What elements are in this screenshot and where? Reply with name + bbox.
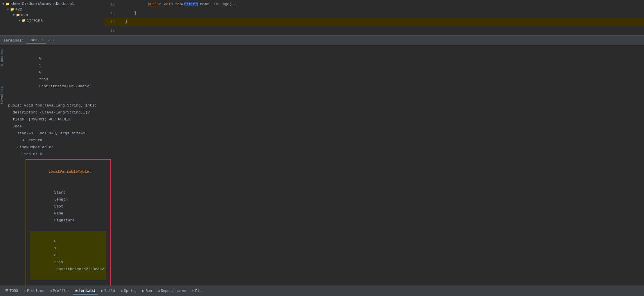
- fn-foo: [173, 2, 175, 6]
- term-descriptor: descriptor: (Ljava/lang/String;I)V: [8, 109, 636, 116]
- terminal-header: Terminal: Local × + ▾: [0, 35, 644, 45]
- run-icon: ▶: [142, 289, 144, 293]
- tree-item-com[interactable]: ▼ 📁 com: [0, 12, 105, 18]
- tree-arrow-itheima: ▼: [19, 19, 21, 22]
- line-num-12: 12: [105, 2, 118, 7]
- terminal-plus-button[interactable]: +: [48, 38, 51, 43]
- folder-icon-show: 📁: [6, 2, 10, 6]
- tree-arrow-a22: ▼: [7, 8, 9, 11]
- bottom-tab-terminal[interactable]: ▣ Terminal: [73, 287, 98, 295]
- problems-label: Problems: [27, 289, 44, 293]
- lvt-header-text: LocalVariableTable: [48, 169, 89, 174]
- terminal-tab-local[interactable]: Local ×: [26, 37, 46, 44]
- tree-item-a22[interactable]: ▼ 📁 a22: [0, 7, 105, 12]
- term-line-number-table: LineNumberTable:: [8, 144, 636, 151]
- lvt-col-sig: Signature: [54, 217, 74, 224]
- code-line-14: 14 }: [105, 17, 644, 26]
- lvt-row-1: 0 1 1 name Ljava/lang/String;: [30, 280, 106, 286]
- profiler-icon: ◎: [50, 289, 52, 293]
- run-label: Run: [146, 289, 152, 293]
- terminal-label: Terminal:: [3, 38, 24, 43]
- sidebar-structure-label[interactable]: STRUCTURE: [0, 46, 5, 67]
- bottom-tab-dependencies[interactable]: ⊟ Dependencies: [155, 288, 189, 294]
- find-label: Find: [195, 289, 204, 293]
- lvt-colon: :: [89, 169, 92, 174]
- code-line-15: 15: [105, 26, 644, 35]
- line-num-13: 13: [105, 11, 118, 15]
- tree-label-itheima: itheima: [27, 18, 43, 23]
- lvt-col-slot: Slot: [54, 203, 77, 210]
- tree-item-itheima[interactable]: ▼ 📁 itheima: [0, 18, 105, 23]
- term-line-6: line 6: 0: [8, 151, 636, 158]
- bottom-tab-find[interactable]: ⌕ Find: [189, 288, 207, 294]
- fn-name: foo: [175, 2, 182, 6]
- bottom-tab-profiler[interactable]: ◎ Profiler: [47, 288, 73, 294]
- local-variable-table-box: LocalVariableTable: Start Length Slot Na…: [26, 159, 111, 286]
- dependencies-label: Dependencies: [161, 289, 186, 293]
- param-age: age) {: [220, 2, 236, 6]
- terminal-icon: ▣: [76, 288, 78, 293]
- lvt-r0-sig: Lcom/itheima/a22/Bean2;: [54, 266, 106, 273]
- term-col-name-this: this: [39, 76, 60, 83]
- terminal-tab-label: Terminal: [79, 289, 96, 293]
- lvt-r0-start: 0: [54, 238, 77, 245]
- terminal-tab-name: Local: [28, 38, 40, 42]
- bottom-tab-spring[interactable]: ❋ Spring: [118, 288, 139, 294]
- term-col-start-0: 0: [39, 55, 60, 62]
- terminal-tab-close[interactable]: ×: [42, 38, 44, 42]
- kw-void: [162, 2, 164, 6]
- folder-icon-a22: 📁: [10, 8, 14, 11]
- file-tree: ▼ 📁 show C:\Users\manyh\Desktop\ ▼ 📁 a22…: [0, 0, 105, 35]
- tree-label-show: show C:\Users\manyh\Desktop\: [11, 2, 74, 6]
- dependencies-icon: ⊟: [158, 289, 160, 293]
- term-public-void-foo: public void foo(java.lang.String, int);: [8, 102, 636, 109]
- bottom-tab-build[interactable]: ▶ Build: [98, 288, 118, 294]
- lvt-r0-length: 1: [54, 245, 77, 252]
- code-line-12: 12 public void foo(String name, int age)…: [105, 0, 644, 9]
- term-code-label: Code:: [8, 123, 636, 130]
- term-col-slot-0: 0: [39, 69, 60, 76]
- term-col-sig-bean2: Lcom/itheima/a22/Bean2;: [39, 83, 91, 90]
- lvt-header-line: LocalVariableTable:: [30, 161, 106, 182]
- term-spacer: [8, 97, 636, 102]
- folder-icon-com: 📁: [16, 13, 20, 17]
- spring-label: Spring: [124, 289, 137, 293]
- lvt-r0-slot: 0: [54, 252, 77, 259]
- spring-icon: ❋: [121, 289, 123, 293]
- tree-arrow-show: ▼: [2, 2, 4, 6]
- folder-icon-itheima: 📁: [22, 19, 26, 22]
- term-stack: stack=0, locals=3, args_size=3: [8, 130, 636, 137]
- term-return: 0: return: [8, 137, 636, 144]
- tree-label-com: com: [21, 13, 28, 17]
- code-line-13: 13 }: [105, 9, 644, 17]
- line-content-14: }: [124, 17, 644, 26]
- line-num-14: 14: [105, 20, 118, 24]
- terminal-content: 0 5 0 this Lcom/itheima/a22/Bean2; publi…: [0, 45, 644, 286]
- lvt-col-name: Name: [54, 210, 77, 217]
- lvt-r0-name: this: [54, 259, 77, 266]
- line-content-13: }: [124, 9, 644, 17]
- lvt-col-length: Length: [54, 196, 77, 203]
- sidebar-favorites-label[interactable]: FAVORITES: [0, 84, 5, 105]
- tree-arrow-com: ▼: [13, 13, 15, 17]
- find-icon: ⌕: [192, 289, 194, 293]
- param-name: name,: [198, 2, 214, 6]
- param-int: int: [214, 2, 220, 6]
- profiler-label: Profiler: [53, 289, 70, 293]
- build-label: Build: [105, 289, 115, 293]
- bottom-tab-problems[interactable]: ⚠ Problems: [21, 288, 47, 294]
- lvt-row-0: 0 1 0 this Lcom/itheima/a22/Bean2;: [30, 231, 106, 280]
- left-sidebar: STRUCTURE FAVORITES: [0, 46, 5, 105]
- build-icon: ▶: [101, 289, 103, 293]
- kw-public: public: [148, 2, 162, 6]
- param-string: String: [184, 2, 198, 6]
- bottom-bar: ☰ TODO ⚠ Problems ◎ Profiler ▣ Terminal …: [0, 286, 644, 296]
- terminal-chevron-button[interactable]: ▾: [53, 38, 55, 43]
- bottom-tab-run[interactable]: ▶ Run: [139, 288, 155, 294]
- bottom-tab-todo[interactable]: ☰ TODO: [2, 288, 21, 294]
- code-editor: 12 public void foo(String name, int age)…: [105, 0, 644, 35]
- todo-label: TODO: [10, 289, 18, 293]
- term-flags: flags: (0x0001) ACC_PUBLIC: [8, 116, 636, 123]
- tree-item-show[interactable]: ▼ 📁 show C:\Users\manyh\Desktop\: [0, 1, 105, 7]
- line-num-15: 15: [105, 28, 118, 33]
